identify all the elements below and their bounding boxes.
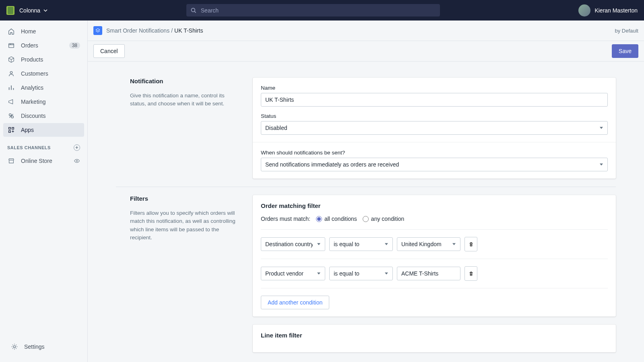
condition-row: Product vendor is equal to: [261, 259, 608, 288]
status-label: Status: [261, 113, 608, 119]
breadcrumb-by: by Default: [615, 28, 638, 34]
svg-point-4: [11, 116, 13, 118]
condition-value-input[interactable]: [397, 267, 460, 280]
sidebar-item-home[interactable]: Home: [3, 25, 84, 38]
analytics-icon: [7, 84, 15, 92]
sidebar-item-online-store[interactable]: Online Store: [3, 154, 84, 168]
sidebar-item-label: Online Store: [21, 158, 52, 164]
condition-row: Destination country is equal to United K…: [261, 230, 608, 259]
avatar: [578, 4, 590, 16]
breadcrumb-app[interactable]: Smart Order Notifications: [106, 27, 169, 34]
app-icon: [93, 26, 102, 35]
sidebar-item-label: Apps: [21, 127, 34, 133]
sidebar: Home Orders 38 Products Customers Analyt…: [0, 21, 88, 362]
svg-rect-1: [9, 44, 14, 48]
add-channel-icon[interactable]: +: [74, 144, 80, 151]
filters-section: Filters Filters allow you to specify whi…: [116, 187, 616, 360]
name-input[interactable]: [261, 93, 608, 107]
cancel-button[interactable]: Cancel: [93, 44, 125, 58]
sidebar-item-discounts[interactable]: Discounts: [3, 109, 84, 123]
svg-point-0: [191, 8, 195, 12]
orders-icon: [7, 41, 15, 49]
match-prefix: Orders must match:: [261, 216, 310, 222]
channels-heading: SALES CHANNELS +: [0, 137, 87, 154]
breadcrumb: Smart Order Notifications / UK T-Shirts …: [88, 21, 644, 41]
save-button[interactable]: Save: [612, 44, 638, 58]
sidebar-item-label: Products: [21, 56, 43, 63]
marketing-icon: [7, 98, 15, 106]
top-bar: Colonna Kieran Masterton: [0, 0, 644, 21]
sidebar-item-label: Customers: [21, 70, 48, 77]
sidebar-item-analytics[interactable]: Analytics: [3, 81, 84, 95]
sidebar-item-label: Orders: [21, 42, 38, 49]
user-name: Kieran Masterton: [594, 7, 638, 14]
add-condition-button[interactable]: Add another condition: [261, 296, 329, 309]
home-icon: [7, 27, 15, 35]
store-name: Colonna: [19, 7, 40, 14]
trash-icon: [468, 241, 474, 247]
section-title: Notification: [130, 78, 237, 84]
chevron-down-icon: [43, 9, 47, 12]
notification-section: Notification Give this notification a na…: [116, 70, 616, 187]
sidebar-item-settings[interactable]: Settings: [6, 340, 81, 354]
section-title: Filters: [130, 195, 237, 202]
svg-point-2: [10, 72, 12, 74]
match-mode-row: Orders must match: all conditions any co…: [261, 216, 608, 222]
when-select[interactable]: Send notifications immediately as orders…: [261, 158, 608, 171]
svg-rect-6: [12, 128, 14, 130]
breadcrumb-current: UK T-Shirts: [174, 27, 203, 34]
search-input[interactable]: [201, 7, 436, 14]
sidebar-item-products[interactable]: Products: [3, 53, 84, 66]
sidebar-item-label: Home: [21, 28, 36, 35]
svg-point-8: [76, 160, 77, 161]
condition-field-select[interactable]: Product vendor: [261, 267, 325, 280]
delete-condition-button[interactable]: [464, 266, 477, 281]
search-icon: [190, 7, 197, 14]
orders-badge: 38: [69, 42, 80, 49]
search-field[interactable]: [186, 4, 440, 16]
store-selector[interactable]: Colonna: [19, 7, 47, 14]
when-label: When should notifications be sent?: [261, 150, 608, 156]
condition-op-select[interactable]: is equal to: [329, 237, 393, 251]
name-label: Name: [261, 85, 608, 91]
gear-icon: [10, 343, 19, 351]
sidebar-item-label: Analytics: [21, 84, 43, 91]
match-all-radio[interactable]: all conditions: [316, 216, 357, 222]
delete-condition-button[interactable]: [464, 237, 477, 251]
sidebar-item-customers[interactable]: Customers: [3, 67, 84, 80]
eye-icon[interactable]: [74, 158, 80, 164]
search-container: [47, 4, 578, 16]
customers-icon: [7, 70, 15, 78]
actions-bar: Cancel Save: [88, 41, 644, 62]
svg-point-3: [9, 114, 11, 116]
user-menu[interactable]: Kieran Masterton: [578, 4, 638, 16]
apps-icon: [7, 126, 15, 134]
sidebar-item-apps[interactable]: Apps: [3, 123, 84, 137]
svg-rect-7: [9, 131, 11, 133]
sidebar-item-marketing[interactable]: Marketing: [3, 95, 84, 109]
svg-point-9: [13, 346, 15, 348]
sidebar-item-orders[interactable]: Orders 38: [3, 39, 84, 52]
status-select[interactable]: Disabled: [261, 121, 608, 135]
shopify-logo-icon: [6, 6, 14, 15]
condition-value-select[interactable]: United Kingdom: [397, 237, 460, 251]
line-item-filter-title: Line item filter: [261, 332, 608, 339]
sidebar-item-label: Discounts: [21, 113, 45, 119]
svg-rect-5: [9, 128, 11, 130]
sidebar-item-label: Settings: [24, 343, 45, 350]
filter-card-title: Order matching filter: [261, 202, 608, 209]
condition-op-select[interactable]: is equal to: [329, 267, 393, 280]
trash-icon: [468, 271, 474, 277]
main-content: Smart Order Notifications / UK T-Shirts …: [88, 21, 644, 362]
condition-field-select[interactable]: Destination country: [261, 237, 325, 251]
sidebar-item-label: Marketing: [21, 99, 45, 105]
match-any-radio[interactable]: any condition: [363, 216, 405, 222]
section-description: Give this notification a name, control i…: [130, 92, 237, 108]
products-icon: [7, 56, 15, 64]
section-description: Filters allow you to specify which order…: [130, 209, 237, 242]
line-item-filter-card: Line item filter: [253, 325, 616, 352]
store-icon: [7, 157, 15, 165]
discounts-icon: [7, 112, 15, 120]
breadcrumb-separator: /: [171, 27, 173, 34]
